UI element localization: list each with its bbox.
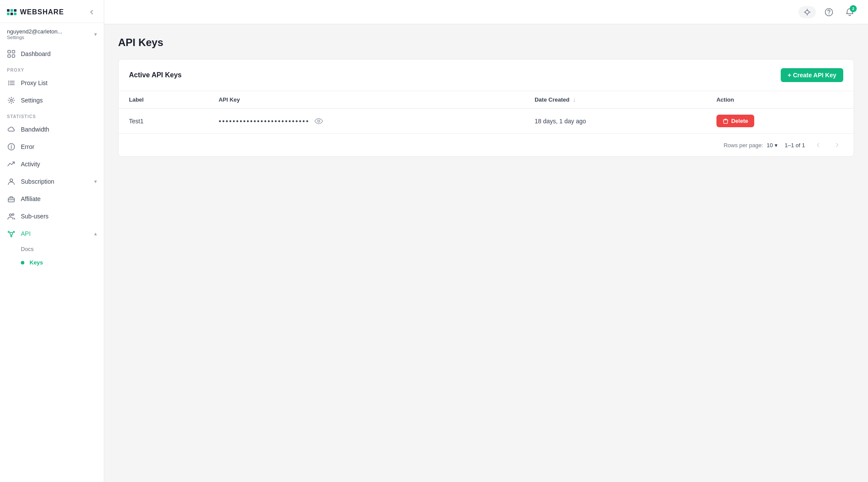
svg-point-8 — [8, 83, 9, 83]
sidebar-item-api[interactable]: API ▴ — [0, 225, 104, 242]
user-icon — [7, 177, 16, 186]
sort-icon: ↓ — [573, 96, 576, 103]
table-header: Label API Key Date Created ↓ Action — [119, 91, 854, 109]
card-header: Active API Keys + Create API Key — [119, 59, 854, 91]
sidebar-item-activity[interactable]: Activity — [0, 155, 104, 173]
col-action: Action — [706, 91, 854, 109]
svg-rect-2 — [8, 55, 10, 57]
logo-icon — [7, 9, 17, 15]
help-button[interactable] — [821, 4, 837, 20]
api-icon — [7, 229, 16, 238]
svg-rect-1 — [12, 50, 15, 53]
sidebar-item-affiliate[interactable]: Affiliate — [0, 190, 104, 208]
gear-icon — [7, 96, 16, 105]
row-action: Delete — [706, 109, 854, 134]
trending-icon — [7, 160, 16, 168]
theme-toggle-button[interactable] — [799, 6, 816, 18]
col-api-key: API Key — [208, 91, 524, 109]
svg-rect-0 — [8, 50, 10, 53]
table-footer: Rows per page: 10 ▾ 1–1 of 1 — [119, 133, 854, 156]
rows-per-page-label: Rows per page: — [723, 142, 763, 149]
svg-point-13 — [11, 145, 12, 146]
statistics-section-label: STATISTICS — [0, 109, 104, 121]
col-date-created[interactable]: Date Created ↓ — [524, 91, 706, 109]
sidebar-sub-item-docs[interactable]: Docs — [0, 242, 104, 256]
sidebar-sub-item-keys[interactable]: Keys — [0, 256, 104, 269]
sidebar-header: WEBSHARE — [0, 0, 104, 23]
svg-point-14 — [10, 179, 13, 182]
briefcase-icon — [7, 195, 16, 203]
user-email: nguyend2@carleton... — [7, 28, 62, 35]
sidebar-item-subscription-label: Subscription — [21, 178, 89, 185]
create-api-key-button[interactable]: + Create API Key — [781, 68, 843, 82]
sidebar-item-proxy-list-label: Proxy List — [21, 79, 97, 86]
sidebar-item-proxy-list[interactable]: Proxy List — [0, 74, 104, 92]
sidebar-sub-item-keys-label: Keys — [30, 259, 43, 266]
svg-point-26 — [805, 10, 809, 14]
sidebar-item-error[interactable]: Error — [0, 138, 104, 155]
notifications-button[interactable]: 2 — [842, 4, 858, 20]
prev-page-button[interactable] — [812, 139, 824, 151]
sidebar-item-bandwidth[interactable]: Bandwidth — [0, 121, 104, 138]
page-title: API Keys — [118, 36, 854, 49]
user-info: nguyend2@carleton... Settings — [7, 28, 62, 40]
sidebar-item-api-label: API — [21, 230, 89, 237]
api-keys-card: Active API Keys + Create API Key Label A… — [118, 59, 854, 157]
api-keys-table: Label API Key Date Created ↓ Action Test… — [119, 91, 854, 133]
row-date-created: 18 days, 1 day ago — [524, 109, 706, 134]
sidebar-item-dashboard[interactable]: Dashboard — [0, 45, 104, 63]
sidebar-item-settings-label: Settings — [21, 97, 97, 104]
row-api-key: ●●●●●●●●●●●●●●●●●●●●●●●●●● — [208, 109, 524, 134]
active-dot — [21, 261, 24, 264]
svg-point-18 — [12, 214, 14, 215]
user-section[interactable]: nguyend2@carleton... Settings ▾ — [0, 23, 104, 45]
notification-badge: 2 — [850, 5, 857, 12]
api-key-cell: ●●●●●●●●●●●●●●●●●●●●●●●●●● — [218, 117, 514, 125]
sidebar-item-dashboard-label: Dashboard — [21, 50, 97, 57]
users-icon — [7, 212, 16, 221]
sidebar-item-error-label: Error — [21, 143, 97, 150]
api-key-dots: ●●●●●●●●●●●●●●●●●●●●●●●●●● — [218, 119, 309, 123]
sidebar-item-bandwidth-label: Bandwidth — [21, 126, 97, 133]
sidebar-item-sub-users[interactable]: Sub-users — [0, 208, 104, 225]
svg-point-20 — [8, 231, 10, 233]
svg-rect-3 — [12, 55, 15, 57]
svg-point-17 — [10, 214, 12, 216]
top-bar: 2 — [104, 0, 868, 24]
cloud-icon — [7, 125, 16, 134]
sidebar-item-settings[interactable]: Settings — [0, 92, 104, 109]
svg-point-22 — [11, 236, 12, 237]
grid-icon — [7, 50, 16, 58]
toggle-visibility-button[interactable] — [314, 117, 323, 125]
rows-select-chevron: ▾ — [775, 142, 778, 149]
sidebar-item-affiliate-label: Affiliate — [21, 195, 97, 202]
sidebar-item-subscription[interactable]: Subscription ▾ — [0, 173, 104, 190]
sidebar: WEBSHARE nguyend2@carleton... Settings ▾… — [0, 0, 104, 482]
top-bar-actions: 2 — [799, 4, 858, 20]
next-page-button[interactable] — [831, 139, 843, 151]
main-content: 2 API Keys Active API Keys + Create API … — [104, 0, 868, 482]
logo-text: WEBSHARE — [20, 8, 64, 16]
user-role: Settings — [7, 35, 62, 40]
sidebar-collapse-button[interactable] — [86, 7, 97, 17]
content-area: API Keys Active API Keys + Create API Ke… — [104, 24, 868, 482]
svg-point-19 — [10, 232, 13, 235]
rows-per-page-select[interactable]: 10 ▾ — [767, 142, 778, 149]
col-label: Label — [119, 91, 208, 109]
list-icon — [7, 79, 16, 87]
pagination-info: 1–1 of 1 — [785, 142, 805, 149]
rows-per-page: Rows per page: 10 ▾ — [723, 142, 778, 149]
logo: WEBSHARE — [7, 8, 64, 16]
svg-point-21 — [13, 231, 15, 233]
sidebar-sub-item-docs-label: Docs — [21, 246, 34, 252]
svg-point-33 — [318, 120, 320, 122]
svg-point-10 — [10, 99, 13, 102]
delete-button[interactable]: Delete — [716, 115, 754, 127]
subscription-expand-icon: ▾ — [94, 178, 97, 185]
svg-point-7 — [8, 81, 9, 82]
row-label: Test1 — [119, 109, 208, 134]
circle-info-icon — [7, 142, 16, 151]
sidebar-item-activity-label: Activity — [21, 161, 97, 168]
table-body: Test1 ●●●●●●●●●●●●●●●●●●●●●●●●●● — [119, 109, 854, 134]
api-expand-icon: ▴ — [94, 231, 97, 237]
